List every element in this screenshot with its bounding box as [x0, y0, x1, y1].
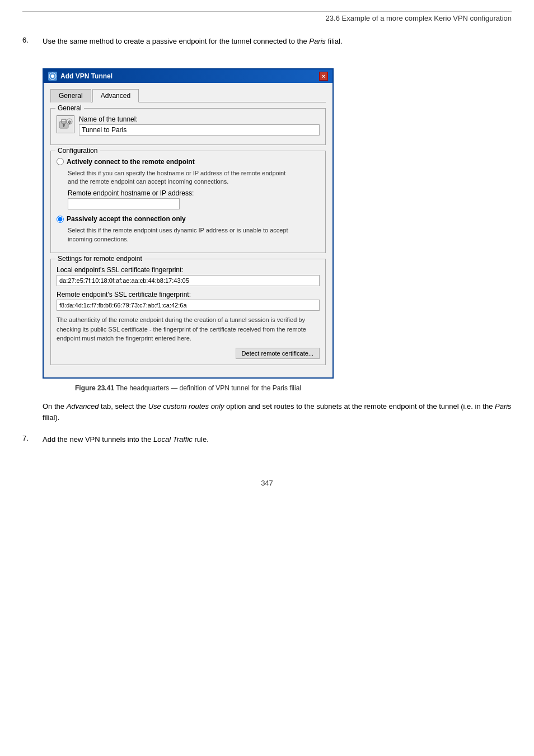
passive-option-label: Passively accept the connection only	[67, 215, 186, 223]
step7-text-before: Add the new VPN tunnels into the	[43, 435, 153, 444]
step-7-number: 7.	[22, 434, 36, 445]
config-group-content: Actively connect to the remote endpoint …	[57, 158, 320, 244]
tab-general[interactable]: General	[50, 89, 91, 102]
figure-caption: Figure 23.41 The headquarters — definiti…	[43, 384, 334, 392]
tab-advanced-label: Advanced	[101, 92, 130, 100]
remote-ssl-label: Remote endpoint's SSL certificate finger…	[57, 291, 320, 298]
tunnel-name-input[interactable]	[79, 124, 320, 136]
active-radio-option[interactable]: Actively connect to the remote endpoint	[57, 158, 320, 166]
settings-group-content: Local endpoint's SSL certificate fingerp…	[57, 266, 320, 359]
svg-point-1	[51, 74, 54, 78]
section-title: 23.6 Example of a more complex Kerio VPN…	[326, 14, 512, 22]
body-tab-text: tab, select the	[99, 402, 148, 410]
step-7-text: Add the new VPN tunnels into the Local T…	[43, 434, 209, 445]
step-6-number: 6.	[22, 36, 36, 47]
step-6-text: Use the same method to create a passive …	[43, 36, 343, 47]
vpn-icon: ⚙	[57, 115, 74, 133]
dialog-wrapper: Add VPN Tunnel × General Advanced Ge	[43, 68, 334, 392]
tab-general-label: General	[59, 92, 83, 100]
body-use-custom: Use custom routes only	[148, 402, 224, 410]
authenticity-note: The authenticity of the remote endpoint …	[57, 315, 320, 343]
passive-desc2: incoming connections.	[68, 236, 129, 242]
tabs-bar: General Advanced	[50, 88, 326, 102]
passive-radio-option[interactable]: Passively accept the connection only	[57, 215, 320, 223]
page-number: 347	[261, 479, 273, 487]
body-advanced: Advanced	[67, 402, 99, 410]
svg-rect-5	[63, 125, 64, 127]
active-option-description: Select this if you can specify the hostn…	[68, 169, 320, 186]
titlebar-left: Add VPN Tunnel	[48, 72, 113, 81]
remote-host-label: Remote endpoint hostname or IP address:	[68, 189, 320, 197]
remote-ssl-section: Remote endpoint's SSL certificate finger…	[57, 291, 320, 311]
passive-radio[interactable]	[57, 216, 64, 223]
local-ssl-input[interactable]	[57, 275, 320, 286]
dialog-body: General Advanced General	[44, 83, 332, 377]
figure-label: Figure 23.41	[75, 384, 114, 392]
step7-local-traffic: Local Traffic	[153, 435, 193, 444]
svg-text:⚙: ⚙	[68, 120, 72, 125]
icon-area: ⚙ Name of the tunnel:	[57, 115, 320, 136]
general-group-content: ⚙ Name of the tunnel:	[57, 115, 320, 136]
header-divider	[22, 11, 512, 12]
add-vpn-tunnel-dialog: Add VPN Tunnel × General Advanced Ge	[43, 68, 334, 379]
body-option-text: option and set routes to the subnets at …	[224, 402, 495, 410]
passive-desc1: Select this if the remote endpoint uses …	[68, 227, 288, 234]
close-button[interactable]: ×	[319, 72, 328, 81]
remote-host-row: Remote endpoint hostname or IP address:	[68, 189, 320, 209]
active-option-label: Actively connect to the remote endpoint	[67, 158, 195, 166]
page-container: 23.6 Example of a more complex Kerio VPN…	[0, 0, 534, 510]
active-radio[interactable]	[57, 158, 64, 165]
dialog-app-icon	[48, 72, 57, 81]
step6-paris: Paris	[309, 37, 326, 45]
section-heading: 23.6 Example of a more complex Kerio VPN…	[22, 14, 512, 22]
tab-advanced[interactable]: Advanced	[92, 89, 139, 102]
config-group-legend: Configuration	[55, 147, 100, 155]
step-7-block: 7. Add the new VPN tunnels into the Loca…	[22, 434, 512, 445]
name-field-area: Name of the tunnel:	[79, 115, 320, 136]
body-on: On the	[43, 402, 67, 410]
configuration-group: Configuration Actively connect to the re…	[50, 151, 326, 254]
body-filial-text: filial).	[43, 413, 59, 422]
step7-text-after: rule.	[193, 435, 209, 444]
settings-group-legend: Settings for remote endpoint	[55, 255, 144, 263]
local-ssl-label: Local endpoint's SSL certificate fingerp…	[57, 266, 320, 274]
general-group: General ⚙	[50, 108, 326, 145]
active-desc1: Select this if you can specify the hostn…	[68, 170, 285, 176]
body-paris: Paris	[495, 402, 512, 410]
step-6-block: 6. Use the same method to create a passi…	[22, 36, 512, 47]
passive-option-description: Select this if the remote endpoint uses …	[68, 226, 320, 244]
page-footer: 347	[22, 479, 512, 487]
dialog-title: Add VPN Tunnel	[60, 72, 113, 80]
dialog-titlebar: Add VPN Tunnel ×	[44, 69, 332, 83]
step6-text-before: Use the same method to create a passive …	[43, 37, 309, 45]
settings-remote-group: Settings for remote endpoint Local endpo…	[50, 259, 326, 365]
name-label: Name of the tunnel:	[79, 115, 320, 123]
general-group-legend: General	[55, 104, 84, 112]
active-desc2: and the remote endpoint can accept incom…	[68, 178, 228, 185]
local-ssl-section: Local endpoint's SSL certificate fingerp…	[57, 266, 320, 286]
figure-caption-text: The headquarters — definition of VPN tun…	[116, 384, 301, 392]
detect-remote-cert-button[interactable]: Detect remote certificate...	[236, 348, 320, 359]
remote-host-input[interactable]	[68, 198, 180, 209]
step6-text-after: filial.	[326, 37, 343, 45]
remote-ssl-input[interactable]	[57, 300, 320, 311]
body-paragraph-advanced: On the Advanced tab, select the Use cust…	[43, 401, 512, 424]
